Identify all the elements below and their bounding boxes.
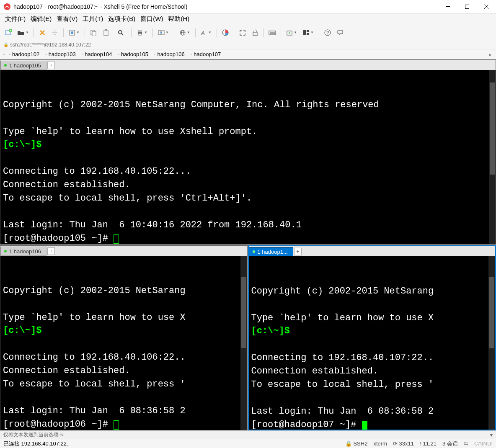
svg-rect-2 xyxy=(465,5,469,8)
scrollbar[interactable] xyxy=(240,256,247,430)
print-button[interactable]: ▼ xyxy=(134,27,150,39)
window-title: hadoop107 - root@hadoop107:~ - Xshell 5 … xyxy=(13,3,438,10)
status-dot-icon xyxy=(4,64,7,67)
menu-tools[interactable]: 工具(T) xyxy=(80,14,106,24)
reconnect-button[interactable] xyxy=(36,27,48,39)
new-session-button[interactable] xyxy=(3,27,14,39)
svg-point-15 xyxy=(119,31,122,34)
svg-text:A: A xyxy=(201,30,205,36)
lock-icon: 🔒 xyxy=(3,42,8,47)
feedback-button[interactable] xyxy=(334,27,346,39)
svg-rect-18 xyxy=(139,30,141,32)
svg-rect-28 xyxy=(269,31,276,35)
bookmark-hadoop105[interactable]: ▫hadoop105 xyxy=(116,50,152,58)
toolbar: ▼ ▼ ▼ ▼ ▼ A▼ ▼ ▼ ? xyxy=(0,25,496,40)
tab-add-button[interactable]: + xyxy=(47,247,55,255)
tab-add-button[interactable]: + xyxy=(294,248,302,255)
find-button[interactable] xyxy=(113,27,129,39)
svg-rect-35 xyxy=(307,30,309,32)
send-mode-text: 仅将文本发送到当前选项卡 xyxy=(3,431,64,438)
svg-rect-12 xyxy=(92,31,96,36)
svg-rect-14 xyxy=(105,29,107,31)
svg-rect-36 xyxy=(307,33,309,35)
menubar: 文件(F) 编辑(E) 查看(V) 工具(T) 选项卡(B) 窗口(W) 帮助(… xyxy=(0,13,496,25)
status-size: ⟳ 33x11 xyxy=(393,440,414,447)
terminal-panes: 1 hadoop105 + Copyright (c) 2002-2015 Ne… xyxy=(0,59,496,430)
svg-point-0 xyxy=(4,3,10,10)
menu-edit[interactable]: 编辑(E) xyxy=(28,14,54,24)
status-ime: CAINUI xyxy=(474,440,493,447)
bookmark-add-icon[interactable]: ▫ xyxy=(2,51,7,57)
tab-hadoop105[interactable]: 1 hadoop105 xyxy=(0,61,46,70)
svg-rect-19 xyxy=(139,33,141,35)
help-button[interactable]: ? xyxy=(322,27,333,39)
pane-tabs-br: 1 hadoop1... + xyxy=(249,246,496,256)
status-dot-icon xyxy=(4,250,7,252)
status-sync-icon[interactable]: ⇆ xyxy=(464,440,468,447)
status-dot-icon xyxy=(253,250,255,253)
minimize-button[interactable] xyxy=(438,0,457,13)
terminal-hadoop105[interactable]: Copyright (c) 2002-2015 NetSarang Comput… xyxy=(0,70,496,244)
svg-text:?: ? xyxy=(326,30,329,35)
bookmark-hadoop107[interactable]: ▫hadoop107 xyxy=(189,50,225,58)
address-url: ssh://root:******@192.168.40.107:22 xyxy=(10,42,91,48)
transfer-button[interactable]: ▼ xyxy=(155,27,171,39)
bookmark-hadoop104[interactable]: ▫hadoop104 xyxy=(80,50,116,58)
menu-tab[interactable]: 选项卡(B) xyxy=(106,14,138,24)
layout-button[interactable]: ▼ xyxy=(300,27,316,39)
send-mode-bar: 仅将文本发送到当前选项卡 ▾ xyxy=(0,430,496,439)
status-term: xterm xyxy=(373,440,387,447)
menu-file[interactable]: 文件(F) xyxy=(3,14,28,24)
disconnect-button[interactable] xyxy=(49,27,61,39)
close-button[interactable] xyxy=(477,0,496,13)
properties-button[interactable]: ▼ xyxy=(66,27,82,39)
app-icon xyxy=(3,3,11,10)
font-button[interactable]: A▼ xyxy=(198,27,214,39)
fullscreen-button[interactable] xyxy=(237,27,248,39)
titlebar: hadoop107 - root@hadoop107:~ - Xshell 5 … xyxy=(0,0,496,13)
bookmark-overflow-icon[interactable]: ▸ xyxy=(486,51,494,58)
svg-rect-13 xyxy=(104,30,108,36)
color-button[interactable] xyxy=(220,27,231,39)
pane-tabs-bl: 1 hadoop106 + xyxy=(0,246,247,256)
svg-rect-34 xyxy=(303,30,306,35)
terminal-hadoop107[interactable]: Copyright (c) 2002-2015 NetSarang Type `… xyxy=(249,256,496,430)
pane-tabs-top: 1 hadoop105 + xyxy=(0,60,496,70)
lock-button[interactable] xyxy=(249,27,261,39)
bookmark-hadoop106[interactable]: ▫hadoop106 xyxy=(152,50,188,58)
svg-point-10 xyxy=(71,31,73,34)
addressbar[interactable]: 🔒 ssh://root:******@192.168.40.107:22 xyxy=(0,40,496,49)
pane-hadoop105: 1 hadoop105 + Copyright (c) 2002-2015 Ne… xyxy=(0,59,496,245)
bookmark-bar: ▫ ▫hadoop102 ▫hadoop103 ▫hadoop104 ▫hado… xyxy=(0,49,496,59)
status-ssh: 🔒 SSH2 xyxy=(345,440,368,447)
copy-button[interactable] xyxy=(88,27,99,39)
tab-hadoop106[interactable]: 1 hadoop106 xyxy=(0,247,46,256)
status-connection: 已连接 192.168.40.107:22。 xyxy=(3,440,72,448)
language-button[interactable]: ▼ xyxy=(177,27,193,39)
maximize-button[interactable] xyxy=(457,0,477,13)
pane-hadoop106: 1 hadoop106 + Copyright (c) 2002-2015 Ne… xyxy=(0,245,248,430)
menu-view[interactable]: 查看(V) xyxy=(54,14,80,24)
tab-hadoop107[interactable]: 1 hadoop1... xyxy=(249,247,293,256)
menu-help[interactable]: 帮助(H) xyxy=(165,14,192,24)
pane-hadoop107: 1 hadoop1... + Copyright (c) 2002-2015 N… xyxy=(248,245,496,430)
scrollbar[interactable] xyxy=(489,70,496,244)
status-sessions: 3 会话 xyxy=(442,440,458,448)
svg-rect-27 xyxy=(253,32,257,36)
paste-button[interactable] xyxy=(100,27,112,39)
status-pos: ⁝ 11,21 xyxy=(420,440,437,447)
statusbar: 已连接 192.168.40.107:22。 🔒 SSH2 xterm ⟳ 33… xyxy=(0,439,496,448)
terminal-hadoop106[interactable]: Copyright (c) 2002-2015 NetSarang Type `… xyxy=(0,256,247,430)
bookmark-hadoop103[interactable]: ▫hadoop103 xyxy=(44,50,79,58)
send-mode-dropdown-icon[interactable]: ▾ xyxy=(490,432,493,438)
svg-line-16 xyxy=(121,33,123,35)
bookmark-hadoop102[interactable]: ▫hadoop102 xyxy=(8,50,43,58)
tab-add-button[interactable]: + xyxy=(47,62,55,69)
svg-rect-1 xyxy=(446,6,450,7)
new-tab-button[interactable]: ▼ xyxy=(284,27,300,39)
open-button[interactable]: ▼ xyxy=(15,27,31,39)
scrollbar[interactable] xyxy=(488,256,495,430)
keyboard-button[interactable] xyxy=(266,27,278,39)
menu-window[interactable]: 窗口(W) xyxy=(138,14,165,24)
